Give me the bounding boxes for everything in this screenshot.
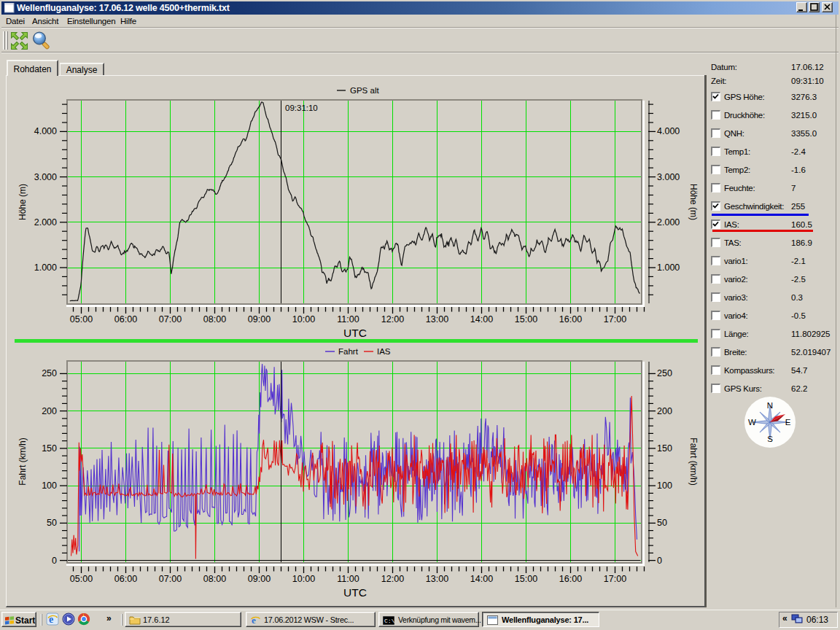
svg-text:UTC: UTC bbox=[343, 586, 367, 599]
svg-text:3.000: 3.000 bbox=[657, 172, 680, 182]
svg-text:10:00: 10:00 bbox=[292, 574, 315, 584]
svg-text:07:00: 07:00 bbox=[159, 574, 182, 584]
svg-text:2.000: 2.000 bbox=[657, 217, 680, 228]
svg-text:15:00: 15:00 bbox=[515, 314, 537, 324]
svg-text:14:00: 14:00 bbox=[470, 314, 493, 324]
svg-text:E: E bbox=[785, 418, 791, 427]
svg-text:11:00: 11:00 bbox=[337, 574, 359, 584]
svg-text:GPS alt: GPS alt bbox=[350, 86, 379, 95]
svg-text:06:00: 06:00 bbox=[114, 314, 137, 324]
svg-text:0: 0 bbox=[657, 556, 662, 566]
svg-text:4.000: 4.000 bbox=[657, 126, 680, 136]
svg-text:15:00: 15:00 bbox=[515, 574, 537, 584]
svg-text:UTC: UTC bbox=[343, 327, 367, 339]
svg-text:05:00: 05:00 bbox=[70, 314, 93, 324]
svg-text:250: 250 bbox=[42, 368, 57, 378]
svg-text:05:00: 05:00 bbox=[70, 574, 93, 584]
svg-text:09:00: 09:00 bbox=[248, 314, 271, 324]
svg-text:16:00: 16:00 bbox=[559, 314, 582, 324]
svg-text:1.000: 1.000 bbox=[657, 262, 680, 273]
svg-text:12:00: 12:00 bbox=[381, 314, 404, 324]
svg-text:14:00: 14:00 bbox=[470, 574, 493, 584]
svg-text:09:31:10: 09:31:10 bbox=[285, 104, 318, 112]
svg-text:1.000: 1.000 bbox=[34, 262, 57, 273]
svg-text:Fahrt: Fahrt bbox=[338, 347, 359, 356]
svg-text:100: 100 bbox=[42, 481, 57, 491]
svg-text:0: 0 bbox=[52, 556, 57, 566]
svg-text:150: 150 bbox=[657, 443, 672, 454]
svg-text:Fahrt (km/h): Fahrt (km/h) bbox=[18, 438, 28, 485]
svg-text:Höhe (m): Höhe (m) bbox=[688, 184, 699, 220]
svg-text:06:00: 06:00 bbox=[114, 574, 137, 584]
svg-text:17:00: 17:00 bbox=[604, 314, 626, 324]
svg-text:11:00: 11:00 bbox=[337, 314, 359, 324]
svg-text:07:00: 07:00 bbox=[159, 314, 182, 324]
svg-text:4.000: 4.000 bbox=[34, 126, 57, 136]
svg-text:IAS: IAS bbox=[377, 347, 391, 356]
svg-text:200: 200 bbox=[42, 406, 57, 416]
svg-text:C:\: C:\ bbox=[384, 618, 394, 624]
svg-text:08:00: 08:00 bbox=[203, 574, 226, 584]
svg-text:3.000: 3.000 bbox=[34, 172, 57, 182]
svg-text:50: 50 bbox=[657, 518, 667, 528]
svg-text:09:00: 09:00 bbox=[248, 574, 271, 584]
svg-text:W: W bbox=[748, 418, 756, 427]
svg-text:e: e bbox=[49, 614, 53, 625]
svg-text:N: N bbox=[767, 401, 773, 410]
svg-text:150: 150 bbox=[42, 443, 57, 454]
svg-text:2.000: 2.000 bbox=[34, 217, 57, 228]
svg-text:e: e bbox=[252, 615, 256, 626]
svg-text:13:00: 13:00 bbox=[426, 574, 448, 584]
svg-text:12:00: 12:00 bbox=[381, 574, 404, 584]
svg-text:50: 50 bbox=[47, 518, 57, 528]
svg-text:100: 100 bbox=[657, 481, 672, 491]
svg-text:S: S bbox=[767, 435, 773, 443]
svg-text:08:00: 08:00 bbox=[203, 314, 226, 324]
svg-text:16:00: 16:00 bbox=[559, 574, 582, 584]
svg-text:17:00: 17:00 bbox=[604, 574, 626, 584]
svg-text:10:00: 10:00 bbox=[292, 314, 315, 324]
svg-text:Höhe (m): Höhe (m) bbox=[18, 184, 28, 220]
svg-text:250: 250 bbox=[657, 368, 672, 378]
svg-text:13:00: 13:00 bbox=[426, 314, 448, 324]
svg-text:200: 200 bbox=[657, 406, 672, 416]
svg-text:Fahrt (km/h): Fahrt (km/h) bbox=[688, 438, 699, 485]
